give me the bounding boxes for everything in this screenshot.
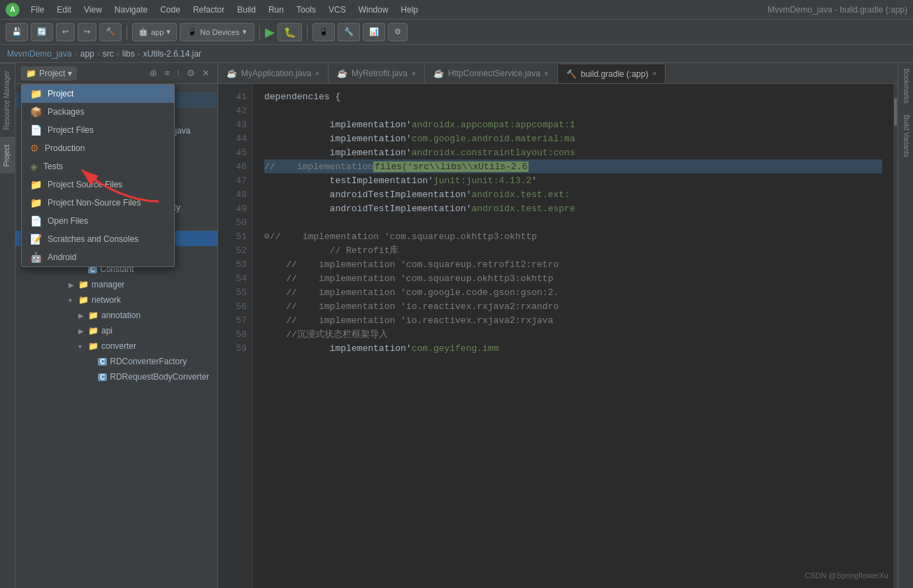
tree-label-converter: converter bbox=[101, 341, 136, 351]
tree-item-rdrequestbody[interactable]: C RDRequestBodyConverter bbox=[15, 369, 217, 385]
breadcrumb-part-1[interactable]: app bbox=[80, 49, 94, 59]
code-line-58: //沉浸式状态栏框架导入 bbox=[264, 327, 882, 341]
android-menu-icon: 🤖 bbox=[30, 252, 42, 263]
breadcrumb-part-0[interactable]: MvvmDemo_java bbox=[7, 49, 72, 59]
toolbar-separator-1 bbox=[127, 25, 127, 39]
tab-buildgradle-close[interactable]: × bbox=[652, 70, 656, 78]
code-editor[interactable]: 41 42 43 44 45 46 47 48 49 50 51 52 53 5… bbox=[218, 84, 898, 588]
locate-icon[interactable]: ⊕ bbox=[148, 67, 159, 79]
tests-menu-icon: ◈ bbox=[30, 161, 38, 172]
code-line-46: // implementation files('src\\libs\\xUti… bbox=[264, 159, 882, 173]
debug-button[interactable]: 🐛 bbox=[278, 23, 302, 41]
dropdown-item-android[interactable]: 🤖 Android bbox=[22, 248, 174, 266]
code-content[interactable]: dependencies { implementation 'androidx.… bbox=[253, 84, 893, 588]
avd-button[interactable]: 📱 bbox=[312, 23, 335, 41]
expand-all-icon[interactable]: ⁝ bbox=[175, 67, 182, 79]
tab-myretrofit[interactable]: ☕ MyRetrofit.java × bbox=[329, 64, 425, 83]
line-num-55: 55 bbox=[218, 285, 252, 299]
tab-httpconnect[interactable]: ☕ HttpConnectService.java × bbox=[425, 64, 558, 83]
bookmarks-tab[interactable]: Bookmarks bbox=[898, 63, 913, 109]
line-num-45: 45 bbox=[218, 145, 252, 159]
menu-vcs[interactable]: VCS bbox=[323, 3, 352, 16]
menu-tools[interactable]: Tools bbox=[291, 3, 322, 16]
line-num-48: 48 bbox=[218, 187, 252, 201]
resource-manager-tab[interactable]: Resource Manager bbox=[0, 63, 15, 137]
breadcrumb-part-4[interactable]: xUtils-2.6.14.jar bbox=[143, 49, 201, 59]
tab-httpconnect-close[interactable]: × bbox=[545, 70, 549, 78]
redo-icon: ↪ bbox=[84, 27, 90, 36]
menu-view[interactable]: View bbox=[78, 3, 108, 16]
devices-dropdown[interactable]: 📱 No Devices ▾ bbox=[180, 23, 254, 41]
close-panel-icon[interactable]: ✕ bbox=[200, 67, 212, 79]
redo-button[interactable]: ↪ bbox=[78, 23, 96, 41]
settings-gear-icon[interactable]: ⚙ bbox=[185, 67, 197, 79]
code-line-52: // Retrofit库 bbox=[264, 243, 882, 257]
collapse-all-icon[interactable]: ≡ bbox=[162, 67, 172, 79]
menu-file[interactable]: File bbox=[25, 3, 50, 16]
dropdown-item-project-files[interactable]: 📄 Project Files bbox=[22, 121, 174, 139]
dropdown-item-production[interactable]: ⚙ Production bbox=[22, 139, 174, 157]
dropdown-item-packages[interactable]: 📦 Packages bbox=[22, 103, 174, 121]
menu-edit[interactable]: Edit bbox=[51, 3, 77, 16]
dropdown-item-source-files[interactable]: 📁 Project Source Files bbox=[22, 175, 174, 194]
sync-button[interactable]: 🔄 bbox=[31, 23, 53, 41]
code-line-55: // implementation 'com.google.code.gson:… bbox=[264, 285, 882, 299]
menu-navigate[interactable]: Navigate bbox=[109, 3, 153, 16]
dropdown-item-production-label: Production bbox=[45, 143, 85, 153]
dropdown-item-project[interactable]: 📁 Project bbox=[22, 85, 174, 103]
run-button[interactable]: ▶ bbox=[265, 24, 275, 40]
scratches-menu-icon: 📝 bbox=[30, 234, 42, 245]
save-all-button[interactable]: 💾 bbox=[6, 23, 28, 41]
project-dropdown-label: Project bbox=[39, 69, 65, 78]
source-files-menu-icon: 📁 bbox=[30, 179, 42, 190]
tab-myapplication[interactable]: ☕ MyApplication.java × bbox=[218, 64, 329, 83]
settings-icon: ⚙ bbox=[394, 27, 401, 36]
tree-item-rdconverterfactory[interactable]: C RDConverterFactory bbox=[15, 354, 217, 369]
breadcrumb-sep-1: › bbox=[75, 49, 78, 59]
tree-label-rdconverterfactory: RDConverterFactory bbox=[110, 357, 187, 366]
code-line-49: androidTestImplementation 'androidx.test… bbox=[264, 201, 882, 215]
dropdown-item-tests[interactable]: ◈ Tests bbox=[22, 157, 174, 175]
tab-myapplication-close[interactable]: × bbox=[315, 70, 319, 78]
breadcrumb-sep-3: › bbox=[117, 49, 120, 59]
panel-header-icons: ⊕ ≡ ⁝ ⚙ ✕ bbox=[148, 67, 212, 79]
project-tab[interactable]: Project bbox=[0, 137, 15, 173]
tree-label-rdrequestbody: RDRequestBodyConverter bbox=[110, 372, 209, 382]
breadcrumb-part-2[interactable]: src bbox=[103, 49, 114, 59]
breadcrumb: MvvmDemo_java › app › src › libs › xUtil… bbox=[0, 45, 913, 63]
project-view-dropdown[interactable]: 📁 Project ▾ bbox=[21, 66, 77, 80]
dropdown-item-android-label: Android bbox=[48, 252, 76, 262]
profiler-button[interactable]: 📊 bbox=[363, 23, 385, 41]
app-module-dropdown[interactable]: 🤖 app ▾ bbox=[132, 23, 177, 41]
tree-item-network[interactable]: ▾ 📁 network bbox=[15, 292, 217, 308]
menu-build[interactable]: Build bbox=[231, 3, 261, 16]
sdk-button[interactable]: 🔧 bbox=[338, 23, 360, 41]
tree-item-converter[interactable]: ▾ 📁 converter bbox=[15, 338, 217, 354]
expand-arrow-network: ▾ bbox=[69, 296, 76, 304]
menu-help[interactable]: Help bbox=[395, 3, 424, 16]
dropdown-item-scratches[interactable]: 📝 Scratches and Consoles bbox=[22, 230, 174, 248]
undo-button[interactable]: ↩ bbox=[56, 23, 75, 41]
tree-item-annotation[interactable]: ▶ 📁 annotation bbox=[15, 308, 217, 323]
tab-myretrofit-close[interactable]: × bbox=[412, 70, 416, 78]
dropdown-item-open-files[interactable]: 📄 Open Files bbox=[22, 212, 174, 230]
editor-scrollbar[interactable] bbox=[893, 84, 898, 588]
scroll-thumb[interactable] bbox=[894, 98, 897, 126]
breadcrumb-part-3[interactable]: libs bbox=[122, 49, 135, 59]
settings-button[interactable]: ⚙ bbox=[388, 23, 408, 41]
menu-run[interactable]: Run bbox=[263, 3, 289, 16]
dropdown-item-non-source-files[interactable]: 📁 Project Non-Source Files bbox=[22, 194, 174, 212]
dropdown-item-packages-label: Packages bbox=[48, 107, 85, 117]
tree-item-api[interactable]: ▶ 📁 api bbox=[15, 323, 217, 338]
menu-window[interactable]: Window bbox=[353, 3, 394, 16]
tab-buildgradle[interactable]: 🔨 build.gradle (:app) × bbox=[558, 64, 666, 83]
build-variants-tab[interactable]: Build Variants bbox=[898, 109, 913, 163]
code-line-44: implementation 'com.google.android.mater… bbox=[264, 131, 882, 145]
tree-item-manager[interactable]: ▶ 📁 manager bbox=[15, 277, 217, 292]
sync-icon: 🔄 bbox=[37, 27, 47, 36]
menu-refactor[interactable]: Refactor bbox=[187, 3, 230, 16]
menu-code[interactable]: Code bbox=[154, 3, 186, 16]
code-line-54: // implementation 'com.squareup.okhttp3:… bbox=[264, 271, 882, 285]
line-num-43: 43 bbox=[218, 117, 252, 131]
build-button[interactable]: 🔨 bbox=[99, 23, 122, 41]
